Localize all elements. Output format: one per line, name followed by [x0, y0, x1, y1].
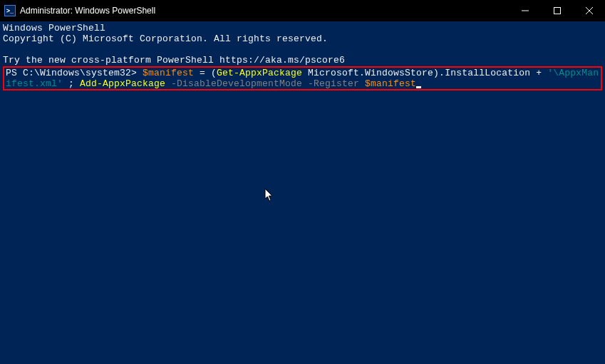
- terminal-area[interactable]: Windows PowerShell Copyright (C) Microso…: [0, 21, 605, 364]
- cmdlet-add-appxpackage: Add-AppxPackage: [80, 78, 165, 89]
- maximize-button[interactable]: [541, 0, 573, 21]
- minimize-button[interactable]: [509, 0, 541, 21]
- variable-manifest-2: $manifest: [359, 78, 416, 89]
- param-register: -Register: [302, 78, 359, 89]
- powershell-window: >_ Administrator: Windows PowerShell Win…: [0, 0, 605, 364]
- close-button[interactable]: [573, 0, 605, 21]
- close-icon: [586, 7, 593, 14]
- svg-rect-0: [554, 8, 560, 14]
- titlebar-left: >_ Administrator: Windows PowerShell: [0, 5, 155, 16]
- assign-open: = (: [194, 68, 217, 78]
- prompt: PS C:\Windows\system32>: [6, 68, 143, 78]
- package-text: Microsoft.WindowsStore).InstallLocation: [302, 68, 536, 78]
- cmdlet-get-appxpackage: Get-AppxPackage: [217, 68, 302, 78]
- plus-operator: +: [536, 68, 547, 78]
- minimize-icon: [522, 7, 529, 14]
- variable-manifest: $manifest: [143, 68, 194, 78]
- powershell-icon: >_: [4, 5, 16, 16]
- separator: ;: [63, 78, 80, 89]
- maximize-icon: [554, 7, 561, 14]
- param-disable-dev-mode: -DisableDevelopmentMode: [165, 78, 302, 89]
- header-line-1: Windows PowerShell: [3, 23, 105, 33]
- try-pscore-line: Try the new cross-platform PowerShell ht…: [3, 55, 345, 66]
- window-controls: [509, 0, 605, 21]
- window-title: Administrator: Windows PowerShell: [20, 6, 155, 16]
- header-line-2: Copyright (C) Microsoft Corporation. All…: [3, 33, 328, 44]
- text-cursor: [416, 86, 421, 88]
- command-highlight-box: PS C:\Windows\system32> $manifest = (Get…: [3, 66, 602, 90]
- titlebar[interactable]: >_ Administrator: Windows PowerShell: [0, 0, 605, 21]
